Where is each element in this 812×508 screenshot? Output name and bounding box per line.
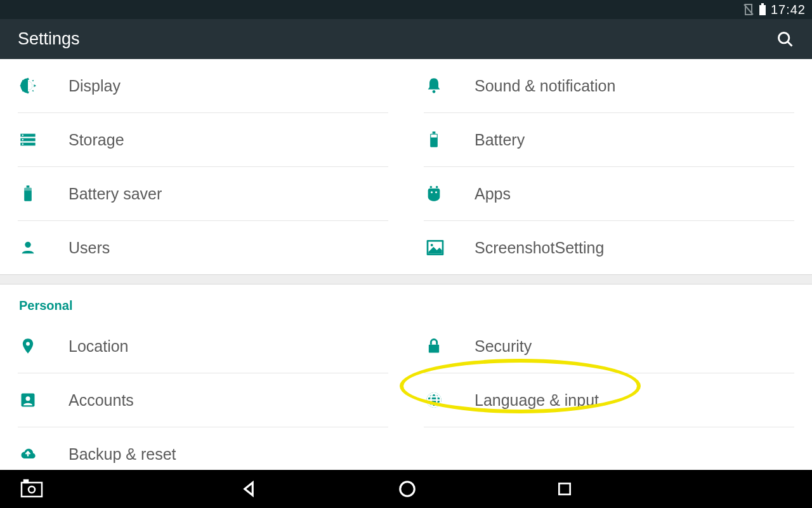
battery-icon (758, 3, 767, 16)
svg-rect-37 (22, 483, 42, 497)
display-icon (19, 77, 69, 95)
settings-item-apps[interactable]: Apps (406, 167, 812, 220)
svg-point-3 (779, 32, 789, 43)
settings-item-location[interactable]: Location (0, 319, 406, 373)
settings-item-label: Backup & reset (69, 445, 176, 464)
battery-saver-icon (19, 185, 69, 203)
settings-item-label: Security (475, 337, 532, 356)
svg-point-9 (22, 135, 23, 136)
navigation-bar (0, 470, 812, 508)
settings-item-label: Storage (69, 131, 124, 149)
svg-rect-1 (759, 5, 766, 15)
svg-point-29 (26, 396, 30, 401)
no-sim-icon (743, 3, 754, 16)
settings-item-label: Accounts (69, 391, 134, 410)
settings-item-label: Battery saver (69, 185, 162, 203)
app-bar: Settings (0, 19, 812, 59)
clock-time: 17:42 (771, 3, 806, 17)
svg-rect-19 (431, 135, 436, 138)
svg-rect-14 (24, 188, 32, 191)
svg-point-16 (433, 90, 436, 93)
svg-rect-13 (27, 185, 30, 188)
settings-item-label: Display (69, 77, 121, 95)
svg-rect-2 (761, 3, 764, 5)
screenshot-icon (425, 237, 475, 258)
svg-point-26 (431, 244, 433, 246)
settings-item-sound[interactable]: Sound & notification (406, 59, 812, 112)
settings-item-security[interactable]: Security (406, 319, 812, 373)
svg-line-4 (788, 41, 792, 46)
svg-rect-39 (24, 480, 28, 483)
status-bar: 17:42 (0, 0, 812, 19)
bell-icon (425, 77, 475, 95)
svg-rect-41 (559, 483, 570, 494)
battery-icon (425, 131, 475, 149)
svg-point-10 (22, 139, 23, 140)
svg-point-23 (435, 191, 437, 193)
settings-content: Display Storage Battery saver (0, 59, 812, 470)
svg-point-38 (29, 486, 35, 493)
svg-point-21 (436, 186, 438, 189)
backup-icon (19, 445, 69, 463)
svg-point-15 (25, 242, 30, 248)
svg-point-27 (26, 342, 30, 346)
settings-item-storage[interactable]: Storage (0, 113, 406, 166)
settings-item-accounts[interactable]: Accounts (0, 373, 406, 427)
recent-apps-button[interactable] (556, 481, 573, 497)
apps-icon (425, 185, 475, 203)
section-divider (0, 274, 812, 284)
section-header-personal: Personal (0, 284, 812, 319)
screenshot-button[interactable] (19, 479, 44, 499)
home-button[interactable] (398, 479, 417, 498)
settings-item-label: Users (69, 239, 110, 257)
svg-point-22 (431, 191, 433, 193)
location-icon (19, 337, 69, 355)
users-icon (19, 239, 69, 257)
settings-item-label: Battery (475, 131, 525, 149)
settings-item-label: ScreenshotSetting (475, 239, 604, 257)
svg-point-11 (22, 144, 23, 145)
page-title: Settings (18, 29, 80, 49)
settings-item-battery[interactable]: Battery (406, 113, 812, 166)
settings-item-label: Location (69, 337, 129, 356)
globe-icon (425, 391, 475, 409)
svg-point-20 (430, 186, 433, 189)
svg-point-40 (400, 482, 415, 497)
lock-icon (425, 337, 475, 355)
settings-item-label: Sound & notification (475, 77, 615, 95)
settings-item-users[interactable]: Users (0, 221, 406, 274)
settings-item-battery-saver[interactable]: Battery saver (0, 167, 406, 220)
settings-item-language[interactable]: Language & input (406, 373, 812, 427)
svg-rect-30 (429, 345, 439, 353)
accounts-icon (19, 391, 69, 409)
settings-item-label: Apps (475, 185, 511, 203)
settings-item-display[interactable]: Display (0, 59, 406, 112)
settings-item-backup[interactable]: Backup & reset (0, 427, 406, 470)
svg-rect-18 (433, 131, 436, 134)
storage-icon (19, 131, 69, 149)
settings-item-screenshot[interactable]: ScreenshotSetting (406, 221, 812, 274)
back-button[interactable] (239, 479, 258, 498)
search-button[interactable] (776, 30, 794, 48)
settings-item-label: Language & input (475, 391, 599, 410)
